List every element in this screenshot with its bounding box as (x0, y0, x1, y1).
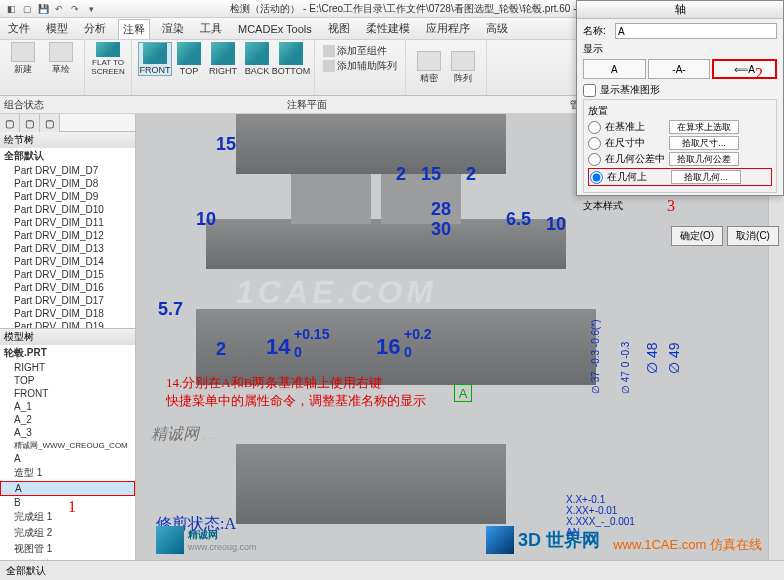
callout-2: 2 (755, 65, 763, 83)
dim-10[interactable]: 10 (196, 209, 216, 230)
tab-render[interactable]: 渲染 (158, 19, 188, 38)
datum-label-a[interactable]: A (454, 384, 472, 402)
tab-flex[interactable]: 柔性建模 (362, 19, 414, 38)
detail-tree[interactable]: 全部默认 Part DRV_DIM_D7 Part DRV_DIM_D8 Par… (0, 148, 135, 328)
tree-item-axis[interactable]: A (0, 452, 135, 465)
ribbon-cmd[interactable]: 添加辅助阵列 (323, 59, 397, 73)
dim-5-7[interactable]: 5.7 (158, 299, 183, 320)
view-top-button[interactable]: TOP (172, 42, 206, 76)
pattern-button[interactable]: 阵列 (446, 51, 480, 85)
tree-item[interactable]: Part DRV_DIM_D7 (0, 164, 135, 177)
dim-16[interactable]: 16 (376, 334, 400, 360)
pick-gtol-button[interactable]: 拾取几何公差 (669, 152, 739, 166)
cancel-button[interactable]: 取消(C) (727, 226, 779, 246)
flat-to-screen-button[interactable]: FLAT TO SCREEN (91, 42, 125, 76)
display-style-a[interactable]: A (583, 59, 646, 79)
display-style-arrow-a[interactable]: ⟸A (712, 59, 777, 79)
dim-6-5[interactable]: 6.5 (506, 209, 531, 230)
tab-model[interactable]: 模型 (42, 19, 72, 38)
qa-undo-icon[interactable]: ↶ (52, 2, 66, 16)
tab-analysis[interactable]: 分析 (80, 19, 110, 38)
tree-item-axis[interactable]: A_3 (0, 426, 135, 439)
tree-root[interactable]: 全部默认 (0, 148, 135, 164)
qa-icon[interactable]: ▾ (84, 2, 98, 16)
tab-annotate[interactable]: 注释 (118, 19, 150, 39)
dim-30[interactable]: 30 (431, 219, 451, 240)
tab-file[interactable]: 文件 (4, 19, 34, 38)
name-input[interactable] (615, 23, 777, 39)
sidebar-tab[interactable]: ▢ (20, 114, 40, 132)
dim-d49[interactable]: ∅ 49 (666, 343, 682, 374)
tree-item[interactable]: Part DRV_DIM_D12 (0, 229, 135, 242)
radio-on-datum[interactable] (588, 121, 601, 134)
tree-item[interactable]: Part DRV_DIM_D16 (0, 281, 135, 294)
tree-item-datum[interactable]: FRONT (0, 387, 135, 400)
tree-item[interactable]: Part DRV_DIM_D18 (0, 307, 135, 320)
dim-d47[interactable]: ∅ 47 0 -0.3 (616, 342, 632, 394)
tree-item[interactable]: Part DRV_DIM_D15 (0, 268, 135, 281)
tree-item[interactable]: Part DRV_DIM_D19 (0, 320, 135, 328)
tree-item[interactable]: 完成组 2 (0, 525, 135, 541)
ribbon-cmd[interactable]: 添加至组件 (323, 44, 397, 58)
radio-in-dim[interactable] (588, 137, 601, 150)
sidebar-tab[interactable]: ▢ (0, 114, 20, 132)
view-right-button[interactable]: RIGHT (206, 42, 240, 76)
dim-28[interactable]: 28 (431, 199, 451, 220)
tree-item-feature[interactable]: 精诚网_WWW_CREOUG_COM (0, 439, 135, 452)
pick-dim-button[interactable]: 拾取尺寸... (669, 136, 739, 150)
dim-2c[interactable]: 2 (216, 339, 226, 360)
view-back-button[interactable]: BACK (240, 42, 274, 76)
text-style-section[interactable]: 文本样式 (583, 199, 623, 213)
tree-item[interactable]: 视图管 1 (0, 541, 135, 557)
ribbon-group-new: 新建 草绘 (0, 40, 85, 95)
tree-item[interactable]: Part DRV_DIM_D13 (0, 242, 135, 255)
tab-view[interactable]: 视图 (324, 19, 354, 38)
pick-geom-button[interactable]: 拾取几何... (671, 170, 741, 184)
model-tree-header[interactable]: 模型树 (0, 329, 135, 345)
dim-14[interactable]: 14 (266, 334, 290, 360)
tree-header[interactable]: 绘节树 (0, 132, 135, 148)
display-style-dash-a[interactable]: -A- (648, 59, 711, 79)
tab-tools[interactable]: 工具 (196, 19, 226, 38)
view-bottom-button[interactable]: BOTTOM (274, 42, 308, 76)
tree-item-datum[interactable]: TOP (0, 374, 135, 387)
qa-icon[interactable]: ◧ (4, 2, 18, 16)
tree-item[interactable]: Part DRV_DIM_D17 (0, 294, 135, 307)
dim-d37[interactable]: ∅ 37 -0.3 -0.6(*) (586, 319, 602, 394)
dim-15b[interactable]: 15 (421, 164, 441, 185)
sidebar-tab[interactable]: ▢ (40, 114, 60, 132)
tree-item-feature[interactable]: 造型 1 (0, 465, 135, 481)
tree-item[interactable]: Part DRV_DIM_D8 (0, 177, 135, 190)
tab-advanced[interactable]: 高级 (482, 19, 512, 38)
qa-save-icon[interactable]: 💾 (36, 2, 50, 16)
show-datum-graphic-checkbox[interactable] (583, 84, 596, 97)
radio-in-gtol[interactable] (588, 153, 601, 166)
new-button[interactable]: 新建 (6, 42, 40, 76)
tab-mcadex[interactable]: MCADEx Tools (234, 21, 316, 37)
tree-item-axis[interactable]: A_2 (0, 413, 135, 426)
qa-redo-icon[interactable]: ↷ (68, 2, 82, 16)
view-front-button[interactable]: FRONT (138, 42, 172, 76)
dim-15[interactable]: 15 (216, 134, 236, 155)
model-root[interactable]: 轮毂.PRT (0, 345, 135, 361)
precision-button[interactable]: 精密 (412, 51, 446, 85)
tree-item[interactable]: Part DRV_DIM_D9 (0, 190, 135, 203)
tab-apps[interactable]: 应用程序 (422, 19, 474, 38)
dim-2[interactable]: 2 (396, 164, 406, 185)
pick-on-datum-button[interactable]: 在算求上选取 (669, 120, 739, 134)
tree-item-axis-a[interactable]: A (0, 481, 135, 496)
ok-button[interactable]: 确定(O) (671, 226, 723, 246)
model-tree[interactable]: 轮毂.PRT RIGHT TOP FRONT A_1 A_2 A_3 精诚网_W… (0, 345, 135, 560)
tree-item[interactable]: Part DRV_DIM_D10 (0, 203, 135, 216)
dim-2b[interactable]: 2 (466, 164, 476, 185)
tree-item[interactable]: Part DRV_DIM_D14 (0, 255, 135, 268)
tree-item-axis[interactable]: A_1 (0, 400, 135, 413)
sketch-button[interactable]: 草绘 (44, 42, 78, 76)
dim-d48[interactable]: ∅ 48 (644, 343, 660, 374)
dim-10b[interactable]: 10 (546, 214, 566, 235)
tree-item-datum[interactable]: RIGHT (0, 361, 135, 374)
radio-on-geom[interactable] (590, 171, 603, 184)
tree-item[interactable]: Part DRV_DIM_D11 (0, 216, 135, 229)
footer-tab[interactable]: 全部默认 (6, 564, 46, 578)
qa-icon[interactable]: ▢ (20, 2, 34, 16)
